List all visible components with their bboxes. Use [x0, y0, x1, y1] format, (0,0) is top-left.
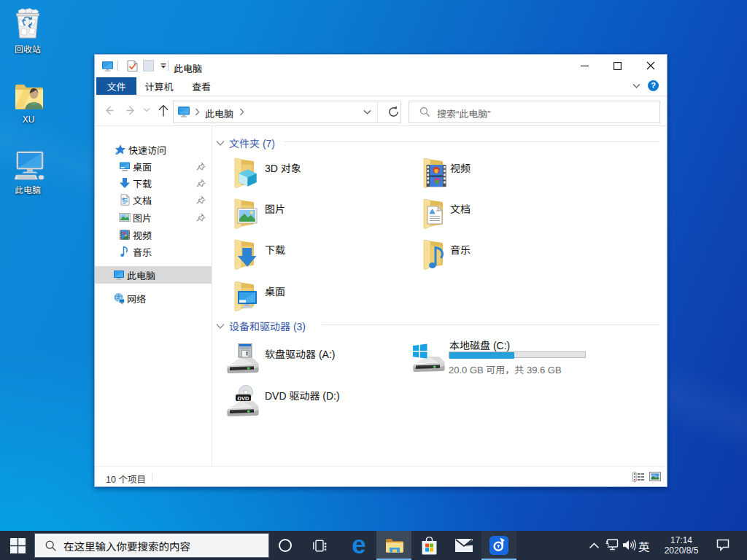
svg-text:DVD: DVD [238, 395, 249, 402]
